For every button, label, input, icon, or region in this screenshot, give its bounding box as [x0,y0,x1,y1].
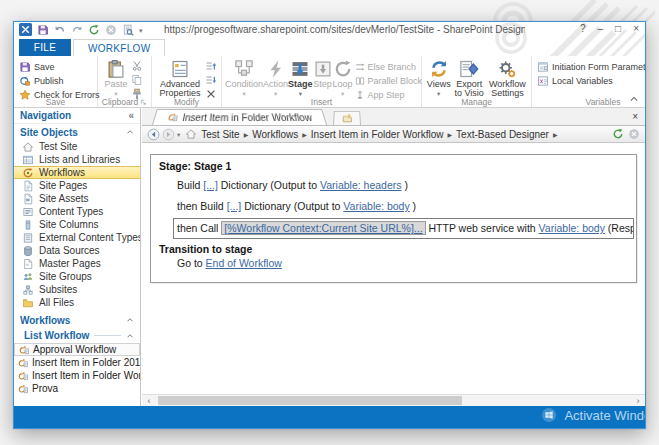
workflow-link[interactable]: [...] [203,179,218,191]
sidebar-item-site-assets[interactable]: Site Assets [14,192,140,205]
transition-title: Transition to stage [151,239,636,256]
maximize-button[interactable]: □ [615,23,621,34]
refresh-page-icon[interactable] [612,128,624,140]
close-tab-button[interactable]: × [632,112,638,122]
undo-icon[interactable] [54,24,66,36]
qat-customize-icon[interactable]: ▾ [139,28,143,33]
move-up-icon[interactable] [205,60,217,72]
loop-icon [333,59,353,79]
preview-icon[interactable] [122,24,134,36]
sidebar-item-lists-and-libraries[interactable]: Lists and Libraries [14,153,140,166]
horizontal-scrollbar[interactable]: ‹ › [142,394,645,406]
insert-group-label: Insert [222,97,421,107]
scrollbar-track[interactable] [156,395,631,406]
back-button[interactable] [147,128,160,141]
sidebar-item-site-groups[interactable]: Site Groups [14,270,140,283]
workflow-link[interactable]: Variable: body [343,200,409,212]
document-tab[interactable]: Insert Item in Folder Workflow [152,109,327,125]
scrollbar-thumb[interactable] [158,396,462,405]
sidebar-item-test-site[interactable]: Test Site [14,140,140,153]
workflow-settings-button[interactable]: Workflow Settings [486,58,529,99]
clipboard-dialog-launcher-icon[interactable] [140,99,147,106]
workflow-sentence[interactable]: then Call [%Workflow Context:Current Sit… [173,218,634,239]
close-button[interactable]: × [633,23,639,34]
workflow-link[interactable]: Variable: body [539,222,605,234]
scroll-right-icon[interactable]: › [631,395,645,407]
sidebar-item-external-content-types[interactable]: External Content Types [14,231,140,244]
breadcrumb-item-insert-item-in-folder-workflow[interactable]: Insert Item in Folder Workflow [311,129,444,140]
sidebar-item-label: External Content Types [39,232,140,243]
tab-file[interactable]: FILE [19,39,71,56]
initiation-form-icon [537,61,549,73]
clipboard-group-label: Clipboard [98,97,151,107]
refresh-icon[interactable] [88,24,100,36]
workflows-section-header[interactable]: Workflows [14,312,140,328]
chevron-up-icon[interactable] [126,128,134,136]
sidebar-item-site-columns[interactable]: Site Columns [14,218,140,231]
workflow-item-approval-workflow[interactable]: Approval Workflow [14,343,140,356]
chevron-up-icon[interactable] [126,332,134,340]
sidebar-item-label: Site Assets [39,193,88,204]
scroll-left-icon[interactable]: ‹ [142,395,156,407]
tab-workflow[interactable]: WORKFLOW [73,39,165,56]
forward-button[interactable] [162,128,175,141]
masterpage-icon [22,258,34,270]
list-workflow-header[interactable]: List Workflow [14,328,140,343]
sidebar-item-workflows[interactable]: Workflows [14,166,140,179]
chevron-up-icon[interactable] [126,316,134,324]
sidebar-item-all-files[interactable]: All Files [14,296,140,309]
save-quick-icon[interactable] [37,24,49,36]
workflow-sentence[interactable]: Build [...] Dictionary (Output to Variab… [177,175,634,196]
transition-line[interactable]: Go to End of Workflow [151,256,636,277]
site-objects-header[interactable]: Site Objects [14,124,140,140]
chevron-down-icon[interactable]: ▾ [177,132,180,137]
publish-button[interactable]: Publish [17,74,102,87]
workflow-link[interactable]: [...] [227,200,242,212]
move-down-icon[interactable] [205,74,217,86]
chevron-down-icon: ▾ [274,91,277,96]
workflow-link[interactable]: End of Workflow [206,257,282,269]
help-button[interactable]: ? [580,23,586,34]
sidebar-item-content-types[interactable]: Content Types [14,205,140,218]
stage-button[interactable]: Stage ▾ [288,58,313,96]
ribbon-group-save: Save Publish Check for Errors Save [14,56,98,107]
sidebar-item-subsites[interactable]: Subsites [14,283,140,296]
chevron-down-icon: ▾ [341,91,344,96]
stop-icon[interactable] [105,24,117,36]
ribbon-group-clipboard: Paste ▾ Clipboard [98,56,152,107]
save-button[interactable]: Save [17,60,102,73]
paste-icon [106,59,126,79]
workflow-item-insert-item-in-folder-2010-work[interactable]: Insert Item in Folder 2010 Work... [14,356,140,369]
sidebar-item-master-pages[interactable]: Master Pages [14,257,140,270]
ect-icon [22,232,34,244]
stop-page-icon[interactable] [628,128,640,140]
minimize-button[interactable]: – [598,23,604,34]
workflow-link[interactable]: Variable: headers [320,179,402,191]
export-to-visio-button[interactable]: Export to Visio [452,58,485,99]
sidebar-item-data-sources[interactable]: Data Sources [14,244,140,257]
breadcrumb-item-workflows[interactable]: Workflows [252,129,298,140]
breadcrumb-item-text-based-designer[interactable]: Text-Based Designer [456,129,549,140]
breadcrumb-item-test-site[interactable]: Test Site [201,129,239,140]
sidebar-item-label: Subsites [39,284,77,295]
local-variables-button[interactable]: Local Variables [535,74,646,87]
workflow-icon [17,370,29,382]
views-button[interactable]: Views ▾ [425,58,452,96]
collapse-ribbon-icon[interactable] [629,94,639,104]
datasource-icon [22,245,34,257]
home-icon[interactable] [185,128,197,140]
workflow-sentence[interactable]: then Build [...] Dictionary (Output to V… [177,196,634,217]
sidebar-item-site-pages[interactable]: Site Pages [14,179,140,192]
workflow-item-prova[interactable]: Prova [14,382,140,395]
initiation-form-parameters-button[interactable]: Initiation Form Parameters [535,60,646,73]
chevron-down-icon: ▾ [242,91,245,96]
workflow-icon [17,357,29,369]
advanced-properties-button[interactable]: Advanced Properties [155,58,205,99]
stage-box: Stage: Stage 1 Build [...] Dictionary (O… [150,154,637,283]
workflow-link[interactable]: [%Workflow Context:Current Site URL%]... [221,221,425,235]
lists-icon [22,154,34,166]
redo-icon[interactable] [71,24,83,36]
workflow-item-insert-item-in-folder-workflow[interactable]: Insert Item in Folder Workflow [14,369,140,382]
new-tab-button[interactable] [333,111,361,125]
collapse-pane-icon[interactable]: « [128,110,134,121]
